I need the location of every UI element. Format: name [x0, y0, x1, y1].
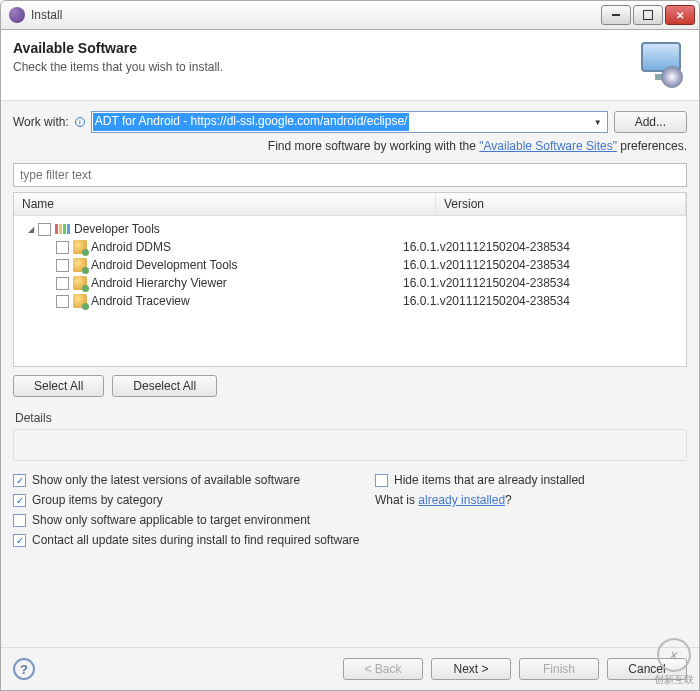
opt-label: Contact all update sites during install … — [32, 533, 360, 547]
close-button[interactable] — [665, 5, 695, 25]
item-name: Android Development Tools — [91, 258, 403, 272]
feature-icon — [73, 294, 87, 308]
details-section: Details — [13, 407, 687, 461]
category-icon — [55, 224, 70, 234]
app-icon — [9, 7, 25, 23]
what-is-row: What is already installed? — [375, 493, 687, 507]
checkbox-icon[interactable]: ✓ — [13, 474, 26, 487]
software-tree: Developer Tools Android DDMS 16.0.1.v201… — [14, 216, 686, 314]
opt-contact-sites[interactable]: ✓ Contact all update sites during instal… — [13, 533, 687, 547]
item-checkbox[interactable] — [56, 241, 69, 254]
item-checkbox[interactable] — [56, 295, 69, 308]
wizard-footer: ? < Back Next > Finish Cancel — [1, 647, 699, 690]
opt-label: Show only the latest versions of availab… — [32, 473, 300, 487]
banner-subheading: Check the items that you wish to install… — [13, 60, 223, 74]
checkbox-icon[interactable] — [13, 514, 26, 527]
item-version: 16.0.1.v201112150204-238534 — [403, 240, 570, 254]
info-icon[interactable]: i — [75, 117, 85, 127]
tree-item-row[interactable]: Android Hierarchy Viewer 16.0.1.v2011121… — [14, 274, 686, 292]
item-version: 16.0.1.v201112150204-238534 — [403, 258, 570, 272]
feature-icon — [73, 276, 87, 290]
item-checkbox[interactable] — [56, 277, 69, 290]
window-title: Install — [31, 8, 601, 22]
checkbox-icon[interactable] — [375, 474, 388, 487]
maximize-button[interactable] — [633, 5, 663, 25]
already-installed-link[interactable]: already installed — [418, 493, 505, 507]
watermark-text: 创新互联 — [654, 674, 694, 685]
content-area: Work with: i ADT for Android - https://d… — [1, 101, 699, 647]
item-name: Android DDMS — [91, 240, 403, 254]
column-name[interactable]: Name — [14, 193, 436, 215]
opt-show-latest[interactable]: ✓ Show only the latest versions of avail… — [13, 473, 363, 487]
what-is-prefix: What is — [375, 493, 418, 507]
table-header: Name Version — [14, 193, 686, 216]
window-controls — [601, 5, 695, 25]
sites-prefix: Find more software by working with the — [268, 139, 479, 153]
banner-text: Available Software Check the items that … — [13, 40, 223, 90]
tree-item-row[interactable]: Android DDMS 16.0.1.v201112150204-238534 — [14, 238, 686, 256]
work-with-input[interactable] — [91, 111, 608, 133]
chevron-down-icon[interactable]: ▼ — [590, 113, 606, 131]
opt-hide-installed[interactable]: Hide items that are already installed — [375, 473, 687, 487]
item-version: 16.0.1.v201112150204-238534 — [403, 276, 570, 290]
tree-item-row[interactable]: Android Traceview 16.0.1.v201112150204-2… — [14, 292, 686, 310]
watermark: X 创新互联 — [654, 638, 694, 685]
window-titlebar: Install — [0, 0, 700, 30]
work-with-row: Work with: i ADT for Android - https://d… — [13, 111, 687, 133]
add-button[interactable]: Add... — [614, 111, 687, 133]
watermark-logo: X — [654, 635, 693, 674]
opt-show-applicable[interactable]: Show only software applicable to target … — [13, 513, 687, 527]
opt-label: Hide items that are already installed — [394, 473, 585, 487]
item-version: 16.0.1.v201112150204-238534 — [403, 294, 570, 308]
checkbox-icon[interactable]: ✓ — [13, 534, 26, 547]
minimize-button[interactable] — [601, 5, 631, 25]
feature-icon — [73, 240, 87, 254]
selection-buttons: Select All Deselect All — [13, 375, 687, 397]
checkbox-icon[interactable]: ✓ — [13, 494, 26, 507]
opt-label: Show only software applicable to target … — [32, 513, 310, 527]
back-button: < Back — [343, 658, 423, 680]
opt-group-category[interactable]: ✓ Group items by category — [13, 493, 363, 507]
sites-suffix: preferences. — [620, 139, 687, 153]
software-table: Name Version Developer Tools Android DDM… — [13, 192, 687, 367]
next-button[interactable]: Next > — [431, 658, 511, 680]
item-name: Android Traceview — [91, 294, 403, 308]
install-icon — [637, 40, 687, 90]
deselect-all-button[interactable]: Deselect All — [112, 375, 217, 397]
finish-button: Finish — [519, 658, 599, 680]
wizard-banner: Available Software Check the items that … — [1, 30, 699, 101]
work-with-combo[interactable]: ADT for Android - https://dl-ssl.google.… — [91, 111, 608, 133]
item-name: Android Hierarchy Viewer — [91, 276, 403, 290]
window-body: Available Software Check the items that … — [0, 30, 700, 691]
options-section: ✓ Show only the latest versions of avail… — [13, 473, 687, 547]
available-sites-link[interactable]: "Available Software Sites" — [479, 139, 617, 153]
column-version[interactable]: Version — [436, 193, 686, 215]
opt-label: Group items by category — [32, 493, 163, 507]
help-button[interactable]: ? — [13, 658, 35, 680]
expand-icon[interactable] — [28, 224, 38, 234]
details-label: Details — [13, 407, 687, 429]
tree-group-row[interactable]: Developer Tools — [14, 220, 686, 238]
sites-hint: Find more software by working with the "… — [13, 139, 687, 153]
banner-heading: Available Software — [13, 40, 223, 56]
tree-item-row[interactable]: Android Development Tools 16.0.1.v201112… — [14, 256, 686, 274]
select-all-button[interactable]: Select All — [13, 375, 104, 397]
group-checkbox[interactable] — [38, 223, 51, 236]
details-box — [13, 429, 687, 461]
item-checkbox[interactable] — [56, 259, 69, 272]
work-with-label: Work with: — [13, 115, 69, 129]
feature-icon — [73, 258, 87, 272]
filter-input[interactable] — [13, 163, 687, 187]
group-label: Developer Tools — [74, 222, 414, 236]
